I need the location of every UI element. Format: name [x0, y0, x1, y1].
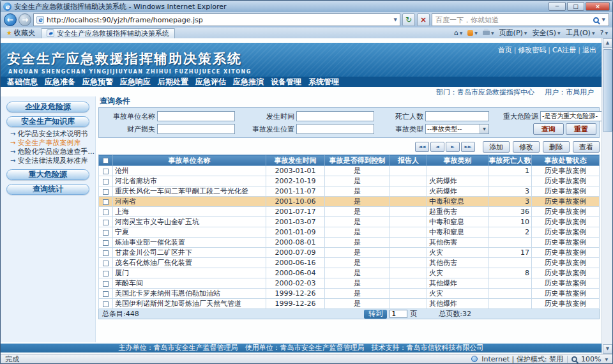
table-row[interactable]: 茂名石化炼油厂焦化装置2000-06-16是其他伤害历史事故案例 [99, 258, 600, 268]
zoom-level[interactable]: 100% [581, 355, 601, 363]
row-checkbox[interactable] [103, 281, 109, 287]
header-link[interactable]: 首页 [498, 45, 512, 55]
row-checkbox[interactable] [103, 291, 109, 297]
table-row[interactable]: 河南灵宝市义寺山金矿五坑2001-03-07是中毒和窒息10历史事故案例 [99, 217, 600, 227]
prev-page-button[interactable]: ◄ [430, 142, 444, 152]
help-icon[interactable]: ?▼ [600, 29, 608, 37]
stop-button[interactable]: × [417, 13, 430, 26]
sidebar-link[interactable]: →安全法律法规及标准库 [10, 156, 95, 165]
sidebar-button-major-hazard[interactable]: 重大危险源 [6, 169, 89, 180]
next-page-button[interactable]: ► [446, 142, 460, 152]
row-checkbox[interactable] [103, 220, 109, 225]
address-dropdown-icon[interactable]: ▼ [394, 17, 397, 22]
home-icon[interactable]: ⌂▼ [454, 29, 463, 37]
row-checkbox[interactable] [103, 240, 109, 246]
header-link[interactable]: CA注册 [552, 45, 576, 55]
row-checkbox[interactable] [103, 230, 109, 236]
table-row[interactable]: 苯酚车间2000-02-03是其他爆炸历史事故案例 [99, 278, 600, 289]
select-all-checkbox[interactable] [103, 158, 109, 163]
zoom-dropdown-icon[interactable]: ▼ [605, 357, 608, 361]
location-input[interactable] [296, 124, 374, 134]
address-bar[interactable]: e http://localhost:90/yjzh/frame/homepag… [33, 13, 400, 26]
sidebar-link[interactable]: →安全生产事故案例库 [10, 139, 95, 148]
table-row[interactable]: 甘肃金川公司二矿区井下2000-07-09是火灾17历史事故案例 [99, 248, 600, 258]
table-row[interactable]: 宁夏2001-01-09是中毒和窒息2历史事故案例 [99, 227, 600, 238]
table-row[interactable]: 上海2001-07-17是起重伤害36历史事故案例 [99, 207, 600, 217]
minimize-button[interactable]: ─ [549, 2, 566, 11]
table-row[interactable]: 重庆长风化一车间二苯甲酮工段二号光化釜2001-11-07是火药爆炸3历史事故案… [99, 186, 600, 197]
close-button[interactable]: × [586, 2, 610, 11]
table-row[interactable]: 炼油事业部一催化装置2000-08-01是其他伤害历史事故案例 [99, 238, 600, 248]
forward-button[interactable]: → [19, 13, 31, 26]
feeds-icon[interactable]: ▼ [467, 30, 478, 36]
search-box[interactable]: 百度一下，你就知道 ▼ [432, 13, 609, 26]
browser-tab[interactable]: e 安全生产应急救援指挥辅助决策系统 [41, 28, 175, 38]
command-item[interactable]: 安全(S)▼ [532, 28, 560, 38]
property-loss-input[interactable] [157, 124, 235, 134]
search-icon[interactable] [593, 17, 599, 23]
search-dropdown-icon[interactable]: ▼ [602, 17, 605, 22]
row-checkbox[interactable] [103, 250, 109, 256]
accident-type-select[interactable]: --事故类型-- ▼ [425, 124, 489, 134]
header-link[interactable]: 退出 [582, 45, 596, 55]
vertical-scrollbar[interactable]: ▲ ▼ [602, 38, 612, 354]
sidebar-link[interactable]: →化学品安全技术说明书 [10, 130, 95, 139]
add-button[interactable]: 添加 [483, 141, 510, 153]
unit-name-input[interactable] [157, 111, 235, 121]
delete-button[interactable]: 删除 [543, 141, 570, 153]
refresh-button[interactable]: ↻ [402, 13, 415, 26]
zoom-icon[interactable] [571, 356, 577, 362]
nav-item[interactable]: 基础信息 [7, 77, 38, 87]
occur-time-input[interactable] [296, 111, 374, 121]
command-item[interactable]: 页面(P)▼ [499, 28, 527, 38]
checkbox-cell [99, 197, 113, 207]
maximize-button[interactable]: □ [567, 2, 584, 11]
table-row[interactable]: 沧州2003-01-01是1历史事故案例 [99, 166, 600, 176]
back-button[interactable]: ← [4, 13, 17, 26]
print-icon[interactable]: ▼ [483, 31, 494, 35]
cell-reporter [390, 166, 427, 176]
view-button[interactable]: 查看 [573, 141, 600, 153]
page-input[interactable] [390, 310, 407, 318]
sidebar-button-knowledge-base[interactable]: 安全生产知识库 [6, 116, 89, 127]
command-item[interactable]: 工具(O)▼ [566, 28, 595, 38]
sidebar-button-query-stats[interactable]: 查询统计 [6, 184, 89, 195]
row-checkbox[interactable] [103, 301, 109, 307]
goto-button[interactable]: 转到 [364, 310, 387, 319]
nav-item[interactable]: 后期处置 [158, 77, 188, 87]
last-page-button[interactable]: ►► [461, 142, 475, 152]
first-page-button[interactable]: ◄◄ [415, 142, 429, 152]
nav-item[interactable]: 系统管理 [308, 77, 339, 87]
favorites-button[interactable]: ★ 收藏夹 [3, 28, 39, 38]
header-link[interactable]: 修改密码 [518, 45, 546, 55]
nav-item[interactable]: 应急响应 [120, 77, 151, 87]
scrollbar-thumb[interactable] [603, 49, 612, 132]
sidebar-button-enterprise-hazard[interactable]: 企业及危险源 [6, 102, 89, 112]
scroll-up-icon[interactable]: ▲ [603, 38, 612, 48]
row-checkbox[interactable] [103, 179, 109, 185]
row-checkbox[interactable] [103, 209, 109, 215]
row-checkbox[interactable] [103, 261, 109, 266]
row-checkbox[interactable] [103, 199, 109, 205]
nav-item[interactable]: 应急评估 [195, 77, 226, 87]
row-checkbox[interactable] [103, 189, 109, 195]
table-row[interactable]: 厦门2000-06-04是火灾8历史事故案例 [99, 268, 600, 278]
nav-item[interactable]: 应急准备 [45, 77, 75, 87]
row-checkbox[interactable] [103, 169, 109, 174]
scroll-down-icon[interactable]: ▼ [603, 344, 612, 354]
search-button[interactable]: 查询 [533, 123, 564, 135]
reset-button[interactable]: 重置 [566, 123, 596, 135]
deaths-input[interactable] [425, 111, 489, 121]
nav-item[interactable]: 应急推演 [233, 77, 264, 87]
nav-item[interactable]: 应急预警 [82, 77, 113, 87]
table-row[interactable]: 河南省2001-10-06是中毒和窒息3历史事故案例 [99, 197, 600, 207]
sidebar-link[interactable]: →危险化学品应急速查手... [10, 148, 95, 156]
cell-reporter [390, 299, 427, 309]
modify-button[interactable]: 修改 [513, 141, 540, 153]
row-checkbox[interactable] [103, 271, 109, 277]
table-row[interactable]: 美国伊利诺斯州芝加哥炼油厂天然气管道1999-12-26是其他爆炸历史事故案例 [99, 299, 600, 309]
table-row[interactable]: 河北省廊坊市2002-10-19是火药爆炸历史事故案例 [99, 176, 600, 186]
nav-item[interactable]: 设备管理 [271, 77, 301, 87]
major-hazard-select[interactable]: -是否为重大危险源- ▼ [540, 111, 602, 121]
table-row[interactable]: 美国北卡罗来纳州韦恩伯勒加油站1999-12-26是火灾历史事故案例 [99, 289, 600, 299]
